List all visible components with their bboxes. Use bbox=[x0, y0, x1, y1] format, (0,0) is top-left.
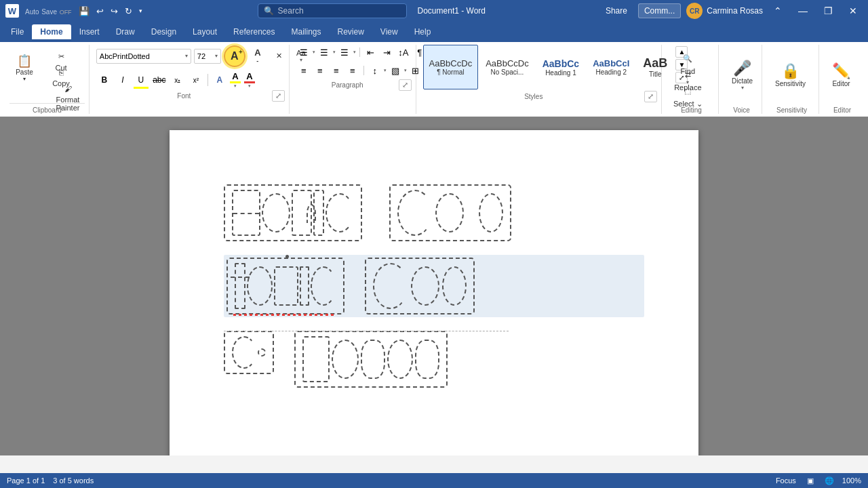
page-content bbox=[224, 171, 644, 388]
undo-button[interactable]: ↩ bbox=[94, 5, 106, 18]
save-button[interactable]: 💾 bbox=[77, 5, 92, 18]
font-label: Font bbox=[96, 92, 272, 100]
style-title-preview: AaB bbox=[643, 56, 667, 70]
align-left-button[interactable]: ≡ bbox=[296, 63, 311, 78]
font-shrink-button[interactable]: A- bbox=[248, 45, 267, 67]
increase-indent-button[interactable]: ⇥ bbox=[380, 45, 395, 60]
letter-s bbox=[361, 340, 385, 379]
style-heading2[interactable]: AaBbCcI Heading 2 bbox=[587, 45, 635, 89]
font-grow-button[interactable]: A + bbox=[224, 45, 245, 67]
cut-button[interactable]: ✂ Cut bbox=[41, 49, 81, 64]
decrease-indent-button[interactable]: ⇤ bbox=[363, 45, 378, 60]
replace-button[interactable]: ⇄ Replace bbox=[669, 68, 707, 83]
tab-references[interactable]: References bbox=[225, 24, 283, 39]
bold-button[interactable]: B bbox=[96, 72, 113, 88]
copy-icon: ⎘ bbox=[59, 68, 64, 77]
search-input[interactable] bbox=[278, 6, 401, 16]
spell-check-underline bbox=[233, 314, 335, 316]
dictate-button[interactable]: 🎤 Dictate ▾ bbox=[726, 52, 759, 98]
bullets-button[interactable]: ☰ bbox=[296, 45, 311, 60]
center-button[interactable]: ≡ bbox=[313, 63, 328, 78]
search-bar[interactable]: 🔍 bbox=[258, 3, 407, 18]
word-logo: W bbox=[5, 4, 19, 18]
style-no-spacing[interactable]: AaBbCcDc No Spaci... bbox=[479, 45, 535, 89]
restore-button[interactable]: ❐ bbox=[818, 5, 838, 16]
clipboard-label: Clipboard bbox=[9, 103, 85, 114]
styles-expander-button[interactable]: ⤢ bbox=[644, 91, 657, 102]
numbering-button[interactable]: ☰ bbox=[317, 45, 332, 60]
focus-button[interactable]: Focus bbox=[773, 476, 799, 485]
justify-button[interactable]: ≡ bbox=[345, 63, 360, 78]
auto-save-toggle[interactable]: Auto Save OFF bbox=[23, 5, 74, 18]
select-button[interactable]: ⬚ Select ⌄ bbox=[669, 84, 707, 99]
guide-line-1 bbox=[224, 331, 509, 331]
sensitivity-icon: 🔒 bbox=[781, 62, 800, 80]
align-right-button[interactable]: ≡ bbox=[329, 63, 344, 78]
italic-button[interactable]: I bbox=[115, 72, 131, 88]
paragraph-section: ☰ ▾ ☰ ▾ ☰ ▾ ⇤ ⇥ ↕A ¶ ≡ ≡ ≡ ≡ ↕ ▾ ▧ ▾ ⊞ ▾… bbox=[292, 45, 416, 114]
tab-draw[interactable]: Draw bbox=[108, 24, 143, 39]
editor-button[interactable]: ✏️ Editor bbox=[826, 52, 856, 98]
sort-button[interactable]: ↕A bbox=[396, 45, 411, 60]
text-highlight-button[interactable]: A ▾ bbox=[230, 71, 241, 89]
minimize-button[interactable]: — bbox=[793, 5, 813, 16]
tab-help[interactable]: Help bbox=[406, 24, 439, 39]
letter-a2 bbox=[479, 193, 503, 232]
comments-button[interactable]: Comm... bbox=[638, 3, 681, 18]
tab-file[interactable]: File bbox=[3, 24, 32, 39]
shading-button[interactable]: ▧ bbox=[388, 63, 403, 78]
close-button[interactable]: ✕ bbox=[844, 5, 863, 16]
format-painter-button[interactable]: 🖌 Format Painter bbox=[41, 82, 95, 97]
find-button[interactable]: 🔍 Find ▾ bbox=[669, 52, 707, 66]
customize-qat-button[interactable]: ▾ bbox=[137, 6, 144, 16]
collapse-ribbon-button[interactable]: ⌃ bbox=[768, 5, 787, 16]
sensitivity-button[interactable]: 🔒 Sensitivity bbox=[769, 52, 812, 98]
editor-icon: ✏️ bbox=[832, 62, 850, 80]
style-heading1[interactable]: AaBbCc Heading 1 bbox=[536, 45, 585, 89]
clipboard-section: 📋 Paste ▾ ✂ Cut ⎘ Copy 🖌 Format Painter bbox=[5, 45, 90, 114]
text-color-button[interactable]: A ▾ bbox=[244, 71, 255, 89]
tab-design[interactable]: Design bbox=[143, 24, 184, 39]
tab-insert[interactable]: Insert bbox=[71, 24, 108, 39]
strikethrough-button[interactable]: abc bbox=[151, 72, 167, 88]
paste-button[interactable]: 📋 Paste ▾ bbox=[9, 45, 39, 91]
tab-home[interactable]: Home bbox=[32, 24, 71, 39]
web-layout-button[interactable]: 🌐 bbox=[822, 476, 837, 486]
share-button[interactable]: Share bbox=[599, 4, 634, 18]
word-tanic bbox=[226, 258, 344, 314]
line-spacing-button[interactable]: ↕ bbox=[368, 63, 382, 78]
multilevel-button[interactable]: ☰ bbox=[337, 45, 352, 60]
copy-button[interactable]: ⎘ Copy bbox=[41, 66, 81, 81]
tab-mailings[interactable]: Mailings bbox=[283, 24, 329, 39]
paste-icon: 📋 bbox=[17, 54, 32, 68]
font-expander-button[interactable]: ⤢ bbox=[272, 90, 285, 102]
subscript-button[interactable]: x₂ bbox=[170, 72, 186, 88]
style-title-label: Title bbox=[649, 70, 662, 78]
tab-layout[interactable]: Layout bbox=[184, 24, 225, 39]
word-cca2 bbox=[365, 258, 475, 314]
paragraph-expander-button[interactable]: ⤢ bbox=[399, 79, 412, 91]
underline-button[interactable]: U bbox=[133, 72, 149, 88]
tab-review[interactable]: Review bbox=[330, 24, 372, 39]
text-row-3 bbox=[224, 331, 644, 388]
font-size-select[interactable]: 72 ▾ bbox=[194, 49, 221, 64]
document-title: Document1 - Word bbox=[418, 6, 486, 16]
style-normal[interactable]: AaBbCcDc ¶ Normal bbox=[423, 45, 479, 89]
tab-view[interactable]: View bbox=[372, 24, 406, 39]
superscript-button[interactable]: x² bbox=[188, 72, 204, 88]
word-c-dot bbox=[224, 331, 274, 374]
print-layout-button[interactable]: ▣ bbox=[804, 476, 816, 486]
clear-formatting-button[interactable]: ✕ bbox=[270, 49, 289, 63]
repeat-button[interactable]: ↻ bbox=[123, 5, 134, 18]
style-heading1-preview: AaBbCc bbox=[542, 58, 579, 69]
size-dropdown-arrow: ▾ bbox=[215, 53, 218, 59]
word-tanic-container bbox=[226, 258, 344, 314]
replace-icon: ⇄ bbox=[685, 70, 691, 79]
word-count: 3 of 5 words bbox=[53, 476, 94, 485]
text-effects-button[interactable]: A bbox=[212, 72, 228, 88]
style-heading1-label: Heading 1 bbox=[545, 69, 576, 77]
format-painter-icon: 🖌 bbox=[64, 85, 72, 93]
font-name-select[interactable]: AbcPrintDotted ▾ bbox=[96, 49, 191, 64]
redo-button[interactable]: ↪ bbox=[108, 5, 120, 18]
sensitivity-label: Sensitivity bbox=[769, 106, 814, 114]
